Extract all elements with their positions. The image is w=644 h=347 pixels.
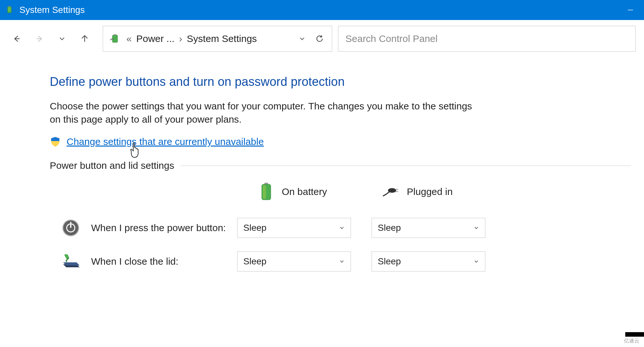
group-label: Power button and lid settings (50, 160, 174, 171)
group-rule (181, 166, 631, 166)
admin-link-row: Change settings that are currently unava… (50, 136, 631, 147)
app-icon (5, 5, 15, 15)
refresh-button[interactable] (313, 32, 326, 45)
select-value: Sleep (378, 256, 401, 267)
power-button-plugged-select[interactable]: Sleep (372, 218, 485, 238)
svg-rect-9 (114, 34, 115, 36)
search-input[interactable] (345, 33, 628, 44)
svg-rect-13 (263, 185, 266, 199)
power-button-icon (59, 217, 82, 239)
setting-row-close-lid: When I close the lid: Sleep Sleep (50, 245, 631, 278)
nav-back-button[interactable] (8, 30, 25, 47)
close-lid-battery-select[interactable]: Sleep (237, 251, 351, 271)
chevron-down-icon (339, 256, 345, 267)
breadcrumb-separator: › (179, 33, 182, 44)
column-plugged-in: Plugged in (355, 183, 480, 201)
power-button-battery-select[interactable]: Sleep (237, 218, 351, 238)
chevron-down-icon (339, 223, 345, 233)
address-dropdown-button[interactable] (296, 32, 309, 45)
svg-rect-16 (395, 191, 398, 192)
nav-up-button[interactable] (76, 30, 93, 47)
plug-icon (382, 183, 400, 201)
select-value: Sleep (243, 223, 267, 233)
toolbar: « Power ... › System Settings (0, 20, 644, 57)
column-on-battery: On battery (229, 183, 355, 201)
setting-row-label: When I close the lid: (91, 256, 228, 267)
breadcrumb-chevrons[interactable]: « (126, 33, 132, 44)
close-lid-plugged-select[interactable]: Sleep (372, 251, 485, 271)
nav-forward-button[interactable] (31, 30, 48, 47)
column-battery-label: On battery (282, 186, 327, 197)
search-bar[interactable] (338, 26, 636, 52)
window-title: System Settings (19, 5, 621, 15)
watermark: 亿速云 (623, 338, 641, 344)
group-header: Power button and lid settings (50, 160, 631, 171)
content-area: Define power buttons and turn on passwor… (0, 57, 644, 278)
battery-icon (257, 183, 275, 201)
minimize-button[interactable] (621, 0, 639, 20)
breadcrumb-current[interactable]: System Settings (187, 33, 257, 44)
page-description: Choose the power settings that you want … (50, 100, 483, 126)
chevron-down-icon (473, 256, 479, 267)
shield-icon (50, 136, 61, 147)
address-bar[interactable]: « Power ... › System Settings (103, 26, 332, 52)
svg-point-3 (8, 7, 11, 12)
column-headers: On battery Plugged in (50, 183, 631, 201)
svg-rect-10 (115, 34, 116, 36)
breadcrumb-root[interactable]: Power ... (136, 33, 174, 44)
svg-rect-15 (395, 189, 398, 189)
svg-rect-1 (9, 6, 9, 7)
chevron-down-icon (473, 223, 479, 233)
decorative-box (625, 332, 644, 337)
column-plugged-label: Plugged in (407, 186, 453, 197)
nav-recent-dropdown[interactable] (54, 30, 70, 47)
location-icon (109, 32, 122, 45)
select-value: Sleep (243, 256, 267, 267)
svg-point-14 (388, 188, 396, 193)
window-titlebar: System Settings (0, 0, 644, 20)
laptop-lid-icon (59, 250, 82, 273)
change-unavailable-settings-link[interactable]: Change settings that are currently unava… (67, 136, 264, 147)
page-title: Define power buttons and turn on passwor… (50, 75, 631, 89)
setting-row-power-button: When I press the power button: Sleep Sle… (50, 212, 631, 244)
svg-rect-2 (10, 6, 10, 7)
setting-row-label: When I press the power button: (91, 222, 228, 233)
select-value: Sleep (378, 223, 401, 233)
